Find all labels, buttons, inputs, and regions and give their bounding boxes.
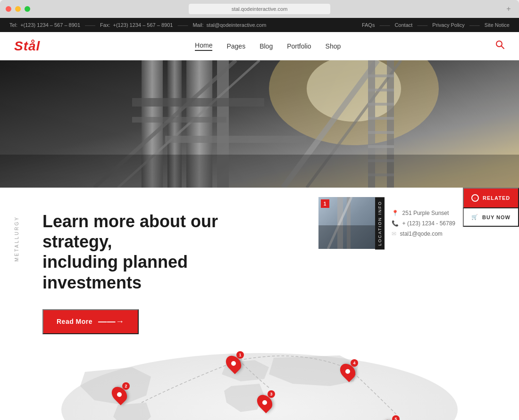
- email-icon: ✉: [392, 231, 396, 237]
- browser-titlebar: stal.qodeinteractive.com +: [0, 0, 519, 18]
- hero-section: [0, 60, 519, 188]
- svg-line-1: [502, 46, 504, 49]
- map-pin-1[interactable]: 1: [227, 355, 240, 372]
- nav-links: Home Pages Blog Portfolio Shop: [195, 41, 341, 51]
- location-details: 📍 251 Purple Sunset 📞 + (123) 1234 - 567…: [385, 197, 462, 249]
- location-card: 1 LOCATION INFO 📍 251 Purple Sunset 📞 + …: [318, 197, 462, 249]
- address-detail: 📍 251 Purple Sunset: [392, 210, 455, 216]
- privacy-link[interactable]: Privacy Policy: [432, 22, 464, 28]
- svg-rect-23: [368, 145, 394, 148]
- url-text: stal.qodeinteractive.com: [232, 6, 288, 12]
- main-heading: Learn more about our strategy, including…: [42, 211, 278, 293]
- svg-rect-15: [165, 136, 307, 143]
- svg-point-0: [496, 41, 502, 47]
- browser-window: stal.qodeinteractive.com + Tel: +(123) 1…: [0, 0, 519, 420]
- phone-text: + (123) 1234 - 56789: [402, 220, 455, 227]
- address-text: 251 Purple Sunset: [402, 210, 449, 216]
- metallurgy-label: METALLURGY: [14, 216, 19, 262]
- email-text: stal1@qode.com: [400, 231, 443, 237]
- map-pin-4[interactable]: 4: [341, 363, 354, 380]
- nav-pages[interactable]: Pages: [226, 42, 245, 50]
- nav-home[interactable]: Home: [195, 41, 212, 51]
- sep-1: ——: [85, 22, 95, 28]
- map-pin-2[interactable]: 2: [113, 386, 126, 403]
- read-more-button[interactable]: Read More ——→: [42, 309, 139, 334]
- nav-shop[interactable]: Shop: [326, 42, 341, 50]
- phone-icon: 📞: [392, 220, 399, 227]
- content-section: METALLURGY Learn more about our strategy…: [0, 188, 519, 334]
- tel-number: +(123) 1234 – 567 – 8901: [20, 22, 80, 28]
- top-bar-left: Tel: +(123) 1234 – 567 – 8901 —— Fax: +(…: [9, 22, 266, 28]
- pin-number-2: 2: [122, 382, 130, 390]
- related-button[interactable]: ○ RELATED: [463, 188, 519, 208]
- mail-address: stal@qodeinteractive.com: [207, 22, 267, 28]
- browser-chrome: stal.qodeinteractive.com +: [0, 0, 519, 18]
- world-map: 1 2 3: [0, 334, 519, 420]
- pin-number-5: 5: [392, 415, 400, 420]
- fax-label: Fax:: [100, 22, 110, 28]
- svg-rect-13: [132, 98, 264, 107]
- new-tab-button[interactable]: +: [504, 4, 513, 14]
- hero-image: [0, 60, 519, 188]
- location-image: 1: [318, 197, 375, 249]
- related-circle-icon: ○: [471, 194, 479, 202]
- mail-label: Mail:: [193, 22, 203, 28]
- pin-number-1: 1: [236, 351, 244, 359]
- maximize-button[interactable]: [25, 6, 30, 12]
- close-button[interactable]: [6, 6, 11, 12]
- email-detail: ✉ stal1@qode.com: [392, 231, 455, 237]
- svg-rect-14: [132, 117, 226, 123]
- svg-rect-20: [368, 103, 394, 106]
- tel-label: Tel:: [9, 22, 17, 28]
- sidebar-buttons: ○ RELATED 🛒 BUY NOW: [463, 188, 519, 227]
- fax-number: +(123) 1234 – 567 – 8901: [113, 22, 173, 28]
- website-content: Tel: +(123) 1234 – 567 – 8901 —— Fax: +(…: [0, 18, 519, 420]
- map-pin-3[interactable]: 3: [258, 394, 271, 411]
- location-info-label: LOCATION INFO: [375, 197, 385, 249]
- svg-rect-22: [368, 131, 394, 134]
- cart-icon: 🛒: [471, 214, 478, 220]
- minimize-button[interactable]: [15, 6, 21, 12]
- faqs-link[interactable]: FAQs: [362, 22, 375, 28]
- pin-number-4: 4: [351, 359, 358, 367]
- svg-rect-26: [0, 155, 519, 188]
- top-bar-right: FAQs —— Contact —— Privacy Policy —— Sit…: [362, 22, 510, 28]
- location-number: 1: [321, 199, 329, 208]
- svg-rect-19: [368, 89, 394, 91]
- site-logo[interactable]: Stål: [14, 39, 40, 54]
- address-bar[interactable]: stal.qodeinteractive.com: [189, 4, 330, 14]
- nav-blog[interactable]: Blog: [260, 42, 273, 50]
- svg-rect-21: [368, 117, 394, 120]
- phone-detail: 📞 + (123) 1234 - 56789: [392, 220, 455, 227]
- contact-link[interactable]: Contact: [394, 22, 412, 28]
- nav-portfolio[interactable]: Portfolio: [287, 42, 311, 50]
- pin-number-3: 3: [268, 390, 275, 398]
- arrow-right-icon: ——→: [98, 317, 125, 327]
- buy-now-button[interactable]: 🛒 BUY NOW: [463, 208, 519, 227]
- svg-rect-31: [318, 225, 375, 249]
- location-pin-icon: 📍: [392, 210, 399, 216]
- map-section: 1 2 3: [0, 334, 519, 420]
- top-bar: Tel: +(123) 1234 – 567 – 8901 —— Fax: +(…: [0, 18, 519, 32]
- sep-2: ——: [177, 22, 188, 28]
- main-nav: Stål Home Pages Blog Portfolio Shop: [0, 32, 519, 60]
- search-icon[interactable]: [495, 40, 505, 52]
- notice-link[interactable]: Site Notice: [485, 22, 510, 28]
- svg-rect-18: [368, 74, 394, 77]
